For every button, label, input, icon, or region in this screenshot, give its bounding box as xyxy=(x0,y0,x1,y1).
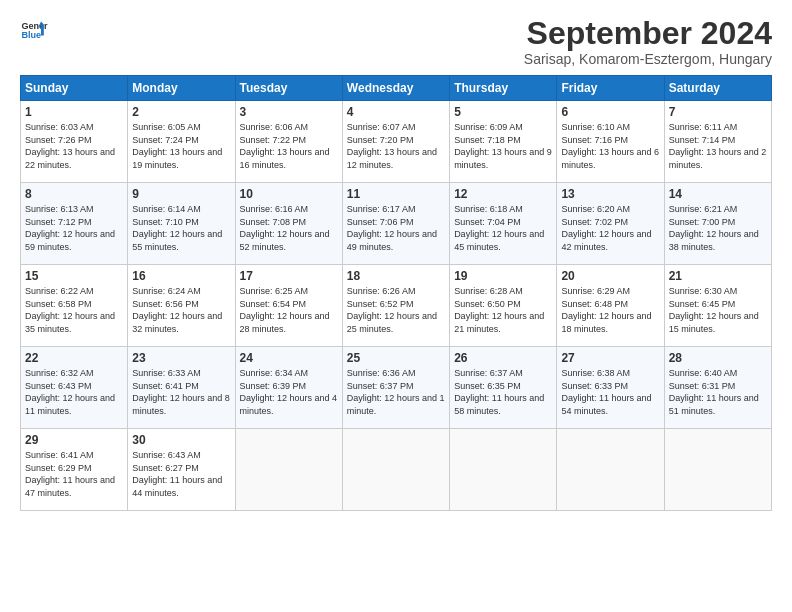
table-row: 9 Sunrise: 6:14 AMSunset: 7:10 PMDayligh… xyxy=(128,183,235,265)
day-info: Sunrise: 6:24 AMSunset: 6:56 PMDaylight:… xyxy=(132,286,222,334)
day-info: Sunrise: 6:29 AMSunset: 6:48 PMDaylight:… xyxy=(561,286,651,334)
col-sunday: Sunday xyxy=(21,76,128,101)
day-number: 22 xyxy=(25,351,123,365)
table-row: 21 Sunrise: 6:30 AMSunset: 6:45 PMDaylig… xyxy=(664,265,771,347)
main-title: September 2024 xyxy=(524,16,772,51)
day-info: Sunrise: 6:25 AMSunset: 6:54 PMDaylight:… xyxy=(240,286,330,334)
day-info: Sunrise: 6:06 AMSunset: 7:22 PMDaylight:… xyxy=(240,122,330,170)
day-number: 12 xyxy=(454,187,552,201)
day-info: Sunrise: 6:33 AMSunset: 6:41 PMDaylight:… xyxy=(132,368,230,416)
table-row: 24 Sunrise: 6:34 AMSunset: 6:39 PMDaylig… xyxy=(235,347,342,429)
day-info: Sunrise: 6:03 AMSunset: 7:26 PMDaylight:… xyxy=(25,122,115,170)
table-row: 18 Sunrise: 6:26 AMSunset: 6:52 PMDaylig… xyxy=(342,265,449,347)
table-row xyxy=(235,429,342,511)
calendar-week-row: 15 Sunrise: 6:22 AMSunset: 6:58 PMDaylig… xyxy=(21,265,772,347)
calendar-week-row: 22 Sunrise: 6:32 AMSunset: 6:43 PMDaylig… xyxy=(21,347,772,429)
table-row: 19 Sunrise: 6:28 AMSunset: 6:50 PMDaylig… xyxy=(450,265,557,347)
table-row: 6 Sunrise: 6:10 AMSunset: 7:16 PMDayligh… xyxy=(557,101,664,183)
col-monday: Monday xyxy=(128,76,235,101)
day-info: Sunrise: 6:09 AMSunset: 7:18 PMDaylight:… xyxy=(454,122,552,170)
table-row: 20 Sunrise: 6:29 AMSunset: 6:48 PMDaylig… xyxy=(557,265,664,347)
day-number: 18 xyxy=(347,269,445,283)
day-number: 6 xyxy=(561,105,659,119)
day-info: Sunrise: 6:41 AMSunset: 6:29 PMDaylight:… xyxy=(25,450,115,498)
day-info: Sunrise: 6:16 AMSunset: 7:08 PMDaylight:… xyxy=(240,204,330,252)
day-info: Sunrise: 6:21 AMSunset: 7:00 PMDaylight:… xyxy=(669,204,759,252)
table-row: 26 Sunrise: 6:37 AMSunset: 6:35 PMDaylig… xyxy=(450,347,557,429)
svg-text:General: General xyxy=(21,21,48,31)
day-info: Sunrise: 6:17 AMSunset: 7:06 PMDaylight:… xyxy=(347,204,437,252)
day-number: 29 xyxy=(25,433,123,447)
table-row: 29 Sunrise: 6:41 AMSunset: 6:29 PMDaylig… xyxy=(21,429,128,511)
day-number: 10 xyxy=(240,187,338,201)
day-number: 25 xyxy=(347,351,445,365)
table-row: 12 Sunrise: 6:18 AMSunset: 7:04 PMDaylig… xyxy=(450,183,557,265)
day-info: Sunrise: 6:13 AMSunset: 7:12 PMDaylight:… xyxy=(25,204,115,252)
day-info: Sunrise: 6:10 AMSunset: 7:16 PMDaylight:… xyxy=(561,122,659,170)
header: General Blue September 2024 Sarisap, Kom… xyxy=(20,16,772,67)
day-number: 17 xyxy=(240,269,338,283)
day-number: 26 xyxy=(454,351,552,365)
day-number: 1 xyxy=(25,105,123,119)
day-number: 13 xyxy=(561,187,659,201)
table-row: 27 Sunrise: 6:38 AMSunset: 6:33 PMDaylig… xyxy=(557,347,664,429)
table-row: 14 Sunrise: 6:21 AMSunset: 7:00 PMDaylig… xyxy=(664,183,771,265)
day-info: Sunrise: 6:22 AMSunset: 6:58 PMDaylight:… xyxy=(25,286,115,334)
table-row: 30 Sunrise: 6:43 AMSunset: 6:27 PMDaylig… xyxy=(128,429,235,511)
svg-text:Blue: Blue xyxy=(21,30,41,40)
day-info: Sunrise: 6:18 AMSunset: 7:04 PMDaylight:… xyxy=(454,204,544,252)
table-row xyxy=(664,429,771,511)
col-saturday: Saturday xyxy=(664,76,771,101)
table-row: 5 Sunrise: 6:09 AMSunset: 7:18 PMDayligh… xyxy=(450,101,557,183)
table-row: 8 Sunrise: 6:13 AMSunset: 7:12 PMDayligh… xyxy=(21,183,128,265)
table-row: 22 Sunrise: 6:32 AMSunset: 6:43 PMDaylig… xyxy=(21,347,128,429)
day-info: Sunrise: 6:37 AMSunset: 6:35 PMDaylight:… xyxy=(454,368,544,416)
table-row: 4 Sunrise: 6:07 AMSunset: 7:20 PMDayligh… xyxy=(342,101,449,183)
col-wednesday: Wednesday xyxy=(342,76,449,101)
day-number: 24 xyxy=(240,351,338,365)
table-row: 25 Sunrise: 6:36 AMSunset: 6:37 PMDaylig… xyxy=(342,347,449,429)
table-row xyxy=(557,429,664,511)
day-info: Sunrise: 6:30 AMSunset: 6:45 PMDaylight:… xyxy=(669,286,759,334)
day-number: 9 xyxy=(132,187,230,201)
col-tuesday: Tuesday xyxy=(235,76,342,101)
day-number: 3 xyxy=(240,105,338,119)
table-row xyxy=(342,429,449,511)
logo-icon: General Blue xyxy=(20,16,48,44)
table-row: 23 Sunrise: 6:33 AMSunset: 6:41 PMDaylig… xyxy=(128,347,235,429)
day-info: Sunrise: 6:43 AMSunset: 6:27 PMDaylight:… xyxy=(132,450,222,498)
subtitle: Sarisap, Komarom-Esztergom, Hungary xyxy=(524,51,772,67)
table-row: 16 Sunrise: 6:24 AMSunset: 6:56 PMDaylig… xyxy=(128,265,235,347)
page: General Blue September 2024 Sarisap, Kom… xyxy=(0,0,792,521)
logo: General Blue xyxy=(20,16,48,44)
day-number: 7 xyxy=(669,105,767,119)
day-number: 11 xyxy=(347,187,445,201)
day-info: Sunrise: 6:05 AMSunset: 7:24 PMDaylight:… xyxy=(132,122,222,170)
title-area: September 2024 Sarisap, Komarom-Esztergo… xyxy=(524,16,772,67)
table-row: 3 Sunrise: 6:06 AMSunset: 7:22 PMDayligh… xyxy=(235,101,342,183)
day-number: 15 xyxy=(25,269,123,283)
day-number: 23 xyxy=(132,351,230,365)
table-row: 11 Sunrise: 6:17 AMSunset: 7:06 PMDaylig… xyxy=(342,183,449,265)
table-row xyxy=(450,429,557,511)
day-number: 5 xyxy=(454,105,552,119)
calendar-week-row: 29 Sunrise: 6:41 AMSunset: 6:29 PMDaylig… xyxy=(21,429,772,511)
day-info: Sunrise: 6:26 AMSunset: 6:52 PMDaylight:… xyxy=(347,286,437,334)
day-number: 21 xyxy=(669,269,767,283)
day-info: Sunrise: 6:40 AMSunset: 6:31 PMDaylight:… xyxy=(669,368,759,416)
table-row: 10 Sunrise: 6:16 AMSunset: 7:08 PMDaylig… xyxy=(235,183,342,265)
day-number: 28 xyxy=(669,351,767,365)
day-number: 30 xyxy=(132,433,230,447)
day-info: Sunrise: 6:28 AMSunset: 6:50 PMDaylight:… xyxy=(454,286,544,334)
day-info: Sunrise: 6:32 AMSunset: 6:43 PMDaylight:… xyxy=(25,368,115,416)
day-number: 20 xyxy=(561,269,659,283)
table-row: 1 Sunrise: 6:03 AMSunset: 7:26 PMDayligh… xyxy=(21,101,128,183)
day-number: 27 xyxy=(561,351,659,365)
col-thursday: Thursday xyxy=(450,76,557,101)
table-row: 28 Sunrise: 6:40 AMSunset: 6:31 PMDaylig… xyxy=(664,347,771,429)
day-number: 4 xyxy=(347,105,445,119)
day-info: Sunrise: 6:11 AMSunset: 7:14 PMDaylight:… xyxy=(669,122,767,170)
day-info: Sunrise: 6:14 AMSunset: 7:10 PMDaylight:… xyxy=(132,204,222,252)
calendar-header-row: Sunday Monday Tuesday Wednesday Thursday… xyxy=(21,76,772,101)
day-info: Sunrise: 6:20 AMSunset: 7:02 PMDaylight:… xyxy=(561,204,651,252)
